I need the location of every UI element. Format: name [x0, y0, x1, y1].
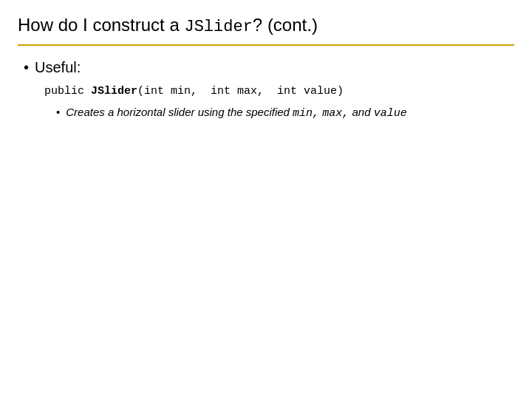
code-params: (int min, int max, int value)	[137, 85, 344, 98]
title-suffix: ? (cont.)	[253, 15, 318, 35]
sub-bullet-prefix: Creates a horizontal slider using the sp…	[66, 106, 293, 118]
slide-content: • Useful: public JSlider(int min, int ma…	[18, 59, 514, 132]
sub-bullet-value: value	[374, 107, 407, 120]
title-prefix: How do I construct a	[18, 15, 184, 35]
sub-bullet-max: max,	[322, 107, 349, 120]
slide-header: How do I construct a JSlider? (cont.)	[18, 13, 514, 46]
bullet-dot: •	[24, 59, 29, 76]
sub-bullet-dot: •	[56, 104, 60, 121]
keyword-public: public	[44, 85, 91, 98]
sub-bullet-and: and	[352, 106, 370, 118]
useful-section: • Useful: public JSlider(int min, int ma…	[24, 59, 514, 123]
sub-bullet-creates: • Creates a horizontal slider using the …	[56, 104, 514, 123]
useful-label: Useful:	[35, 59, 81, 76]
class-jslider: JSlider	[91, 85, 137, 98]
sub-bullet-min: min,	[293, 107, 319, 120]
useful-bullet: • Useful:	[24, 59, 514, 76]
title-code: JSlider	[184, 18, 252, 36]
page-title: How do I construct a JSlider? (cont.)	[18, 13, 514, 38]
code-signature: public JSlider(int min, int max, int val…	[44, 83, 514, 100]
sub-bullet-text: Creates a horizontal slider using the sp…	[66, 104, 406, 123]
slide-container: How do I construct a JSlider? (cont.) • …	[0, 0, 532, 399]
